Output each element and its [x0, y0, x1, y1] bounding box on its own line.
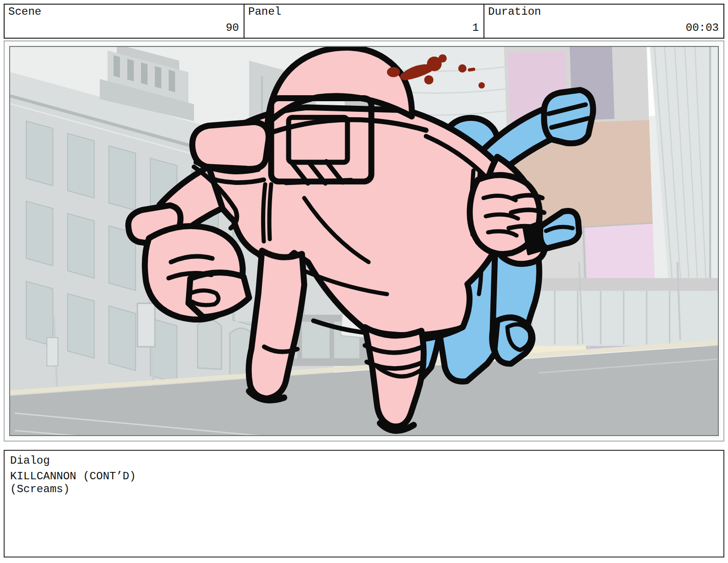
dialog-box: Dialog KILLCANNON (CONT’D) (Screams) — [4, 450, 724, 557]
panel-field: Panel 1 — [244, 5, 483, 38]
dialog-line-action: (Screams) — [10, 483, 718, 496]
dialog-label: Dialog — [10, 454, 718, 467]
panel-info-bar: Scene 90 Panel 1 Duration 00:03 — [4, 4, 724, 39]
dialog-line-character: KILLCANNON (CONT’D) — [10, 470, 718, 483]
scene-field: Scene 90 — [5, 5, 244, 38]
scene-value: 90 — [226, 22, 239, 34]
panel-label: Panel — [248, 6, 480, 18]
duration-field: Duration 00:03 — [483, 5, 723, 38]
storyboard-image — [9, 46, 719, 436]
duration-label: Duration — [488, 6, 720, 18]
storyboard-drawing — [10, 47, 718, 435]
duration-value: 00:03 — [686, 22, 719, 34]
storyboard-panel-frame — [4, 40, 724, 442]
scene-label: Scene — [8, 6, 240, 18]
panel-value: 1 — [472, 22, 479, 34]
storyboard-page: Scene 90 Panel 1 Duration 00:03 — [0, 0, 728, 557]
